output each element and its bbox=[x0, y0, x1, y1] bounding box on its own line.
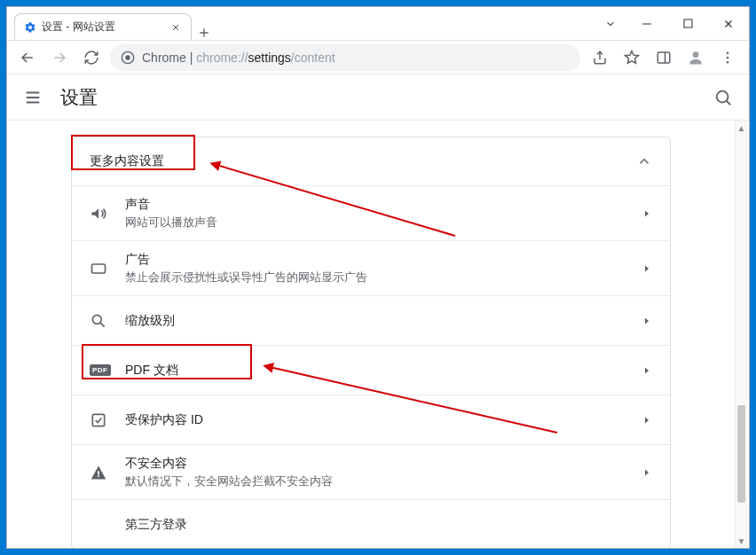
share-icon[interactable] bbox=[586, 44, 614, 71]
tab-close-icon[interactable] bbox=[169, 21, 182, 34]
setting-row-ads[interactable]: 广告 禁止会展示侵扰性或误导性广告的网站显示广告 bbox=[72, 240, 670, 295]
window-minimize-button[interactable] bbox=[626, 11, 667, 37]
window-close-button[interactable] bbox=[708, 11, 749, 37]
warning-icon bbox=[90, 464, 107, 481]
settings-header: 设置 bbox=[7, 74, 749, 121]
scrollbar-thumb[interactable] bbox=[737, 405, 745, 503]
setting-row-protected-content[interactable]: 受保护内容 ID bbox=[72, 395, 670, 444]
row-title: 不安全内容 bbox=[125, 456, 642, 472]
sound-icon bbox=[90, 205, 107, 223]
toolbar-actions bbox=[586, 44, 742, 71]
url-path: /content bbox=[291, 51, 335, 65]
section-title: 更多内容设置 bbox=[90, 153, 164, 169]
url-prefix: Chrome bbox=[142, 51, 186, 65]
tab-title: 设置 - 网站设置 bbox=[42, 20, 164, 35]
magnifier-icon bbox=[90, 312, 107, 330]
scroll-down-arrow-icon[interactable]: ▼ bbox=[736, 534, 747, 548]
settings-card: 更多内容设置 声音 网站可以播放声音 bbox=[71, 137, 671, 548]
browser-window: 设置 - 网站设置 bbox=[6, 6, 750, 549]
hamburger-menu-icon[interactable] bbox=[23, 88, 43, 107]
chevron-right-icon bbox=[642, 365, 652, 376]
window-maximize-button[interactable] bbox=[667, 11, 708, 37]
setting-row-sound[interactable]: 声音 网站可以播放声音 bbox=[72, 185, 670, 240]
row-title: PDF 文档 bbox=[125, 363, 642, 379]
new-tab-button[interactable] bbox=[192, 26, 217, 40]
svg-rect-13 bbox=[92, 414, 104, 426]
row-title: 广告 bbox=[125, 252, 642, 268]
row-title: 第三方登录 bbox=[125, 517, 652, 533]
content-area: 更多内容设置 声音 网站可以播放声音 bbox=[7, 121, 749, 548]
reload-button[interactable] bbox=[78, 44, 105, 71]
profile-avatar-icon[interactable] bbox=[681, 44, 710, 71]
vertical-scrollbar[interactable]: ▲ ▼ bbox=[735, 121, 747, 548]
svg-point-10 bbox=[717, 90, 728, 102]
tabstrip: 设置 - 网站设置 bbox=[7, 7, 595, 40]
nav-forward-button bbox=[46, 44, 73, 71]
verified-icon bbox=[90, 411, 107, 429]
url-text: Chrome | chrome://settings/content bbox=[142, 51, 335, 65]
svg-point-12 bbox=[92, 315, 101, 324]
setting-row-pdf[interactable]: PDF PDF 文档 bbox=[72, 345, 670, 395]
window-controls bbox=[595, 7, 749, 40]
ads-icon bbox=[90, 260, 107, 278]
pdf-icon: PDF bbox=[90, 364, 111, 376]
row-subtitle: 网站可以播放声音 bbox=[125, 215, 642, 231]
svg-point-7 bbox=[727, 51, 729, 54]
row-title: 受保护内容 ID bbox=[125, 412, 642, 428]
chevron-right-icon bbox=[642, 467, 652, 478]
page-title: 设置 bbox=[60, 85, 98, 110]
browser-toolbar: Chrome | chrome://settings/content bbox=[7, 41, 749, 74]
svg-point-6 bbox=[693, 51, 699, 58]
chevron-right-icon bbox=[642, 316, 652, 326]
scrollbar-track[interactable] bbox=[736, 135, 747, 534]
url-scheme: chrome:// bbox=[196, 51, 248, 65]
chevron-right-icon bbox=[642, 263, 652, 274]
side-panel-icon[interactable] bbox=[650, 44, 678, 71]
address-bar[interactable]: Chrome | chrome://settings/content bbox=[110, 44, 580, 71]
url-host: settings bbox=[248, 51, 291, 65]
chrome-menu-icon[interactable] bbox=[713, 44, 742, 71]
titlebar: 设置 - 网站设置 bbox=[7, 7, 749, 41]
site-info-icon[interactable] bbox=[121, 51, 135, 65]
more-content-settings-header[interactable]: 更多内容设置 bbox=[72, 137, 670, 185]
row-subtitle: 禁止会展示侵扰性或误导性广告的网站显示广告 bbox=[125, 270, 642, 285]
url-sep: | bbox=[186, 51, 196, 65]
setting-row-third-party-signin[interactable]: 第三方登录 bbox=[72, 499, 670, 548]
bookmark-star-icon[interactable] bbox=[618, 44, 646, 71]
row-subtitle: 默认情况下，安全网站会拦截不安全内容 bbox=[125, 473, 642, 489]
svg-rect-1 bbox=[684, 20, 692, 27]
svg-rect-11 bbox=[92, 264, 106, 273]
row-title: 声音 bbox=[125, 197, 642, 213]
svg-point-3 bbox=[125, 55, 130, 59]
chevron-right-icon bbox=[642, 415, 652, 426]
setting-row-insecure-content[interactable]: 不安全内容 默认情况下，安全网站会拦截不安全内容 bbox=[72, 444, 670, 499]
scroll-up-arrow-icon[interactable]: ▲ bbox=[736, 121, 747, 135]
tab-favicon-gear-icon bbox=[24, 21, 36, 34]
svg-point-8 bbox=[727, 56, 729, 59]
chevron-right-icon bbox=[642, 208, 652, 219]
browser-tab[interactable]: 设置 - 网站设置 bbox=[14, 13, 192, 40]
nav-back-button[interactable] bbox=[14, 44, 41, 71]
tab-overflow-chevron-icon[interactable] bbox=[595, 11, 626, 37]
collapse-chevron-up-icon bbox=[636, 153, 652, 169]
search-settings-icon[interactable] bbox=[713, 88, 733, 107]
setting-row-zoom[interactable]: 缩放级别 bbox=[72, 295, 670, 345]
svg-point-9 bbox=[727, 60, 729, 63]
svg-rect-4 bbox=[658, 52, 670, 63]
row-title: 缩放级别 bbox=[125, 313, 642, 329]
